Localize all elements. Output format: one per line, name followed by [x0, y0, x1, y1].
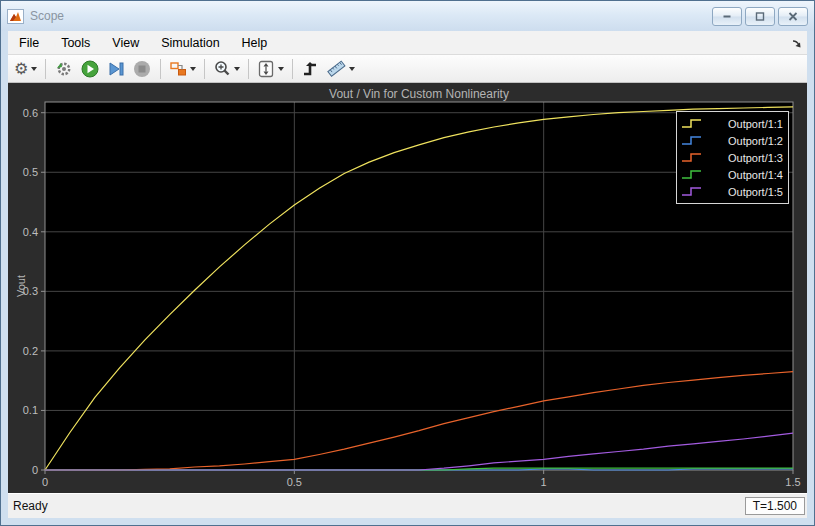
menu-bar: File Tools View Simulation Help — [8, 31, 807, 55]
legend-line-glyph — [681, 185, 703, 198]
snapshot-gear-icon — [55, 60, 73, 77]
legend-label: Outport/1:2 — [728, 135, 783, 147]
simulation-time: T=1.500 — [745, 497, 805, 515]
status-bar: Ready T=1.500 — [8, 493, 807, 518]
chevron-down-icon — [234, 67, 240, 71]
settings-gear-button[interactable]: ⚙ — [12, 57, 39, 81]
status-text: Ready — [13, 499, 48, 513]
toolbar-separator — [204, 59, 205, 79]
trigger-icon — [302, 60, 320, 77]
matlab-scope-icon — [7, 9, 24, 24]
minimize-button[interactable] — [712, 7, 742, 26]
trigger-button[interactable] — [299, 57, 323, 81]
maximize-icon — [755, 12, 765, 21]
x-tick-label: 0 — [42, 476, 48, 488]
chevron-down-icon — [278, 67, 284, 71]
x-tick-label: 0.5 — [287, 476, 302, 488]
gear-icon: ⚙ — [14, 61, 28, 77]
plot-title: Vout / Vin for Custom Nonlinearity — [45, 87, 793, 101]
legend[interactable]: Outport/1:1Outport/1:2Outport/1:3Outport… — [676, 111, 789, 204]
legend-item[interactable]: Outport/1:4 — [681, 166, 783, 183]
minimize-icon — [722, 12, 732, 21]
zoom-in-icon — [213, 60, 231, 77]
x-tick-label: 1.5 — [785, 476, 800, 488]
legend-item[interactable]: Outport/1:5 — [681, 183, 783, 200]
close-button[interactable] — [778, 7, 808, 26]
menu-help[interactable]: Help — [231, 32, 279, 54]
axes-scaling-button[interactable] — [255, 57, 286, 81]
dock-arrow-icon[interactable] — [791, 35, 802, 53]
legend-line-glyph — [681, 117, 703, 130]
toolbar: ⚙ — [8, 55, 807, 83]
window-title: Scope — [30, 9, 64, 23]
toolbar-separator — [292, 59, 293, 79]
ruler-icon — [327, 60, 346, 77]
legend-line-glyph — [681, 168, 703, 181]
chevron-down-icon — [190, 67, 196, 71]
stop-icon — [133, 60, 151, 78]
y-axis-label-wrap: Vout — [8, 102, 34, 470]
stop-button[interactable] — [130, 57, 154, 81]
legend-label: Outport/1:1 — [728, 118, 783, 130]
legend-line-glyph — [681, 151, 703, 164]
chevron-down-icon — [31, 67, 37, 71]
y-axis-label: Vout — [15, 275, 27, 297]
scope-window: Scope File Tools View Simulation — [0, 0, 815, 526]
run-icon — [81, 60, 99, 78]
toolbar-separator — [45, 59, 46, 79]
simulink-blocks-icon — [169, 61, 187, 77]
legend-label: Outport/1:3 — [728, 152, 783, 164]
menu-tools[interactable]: Tools — [50, 32, 101, 54]
menu-file[interactable]: File — [8, 32, 50, 54]
toolbar-separator — [248, 59, 249, 79]
x-tick-label: 1 — [541, 476, 547, 488]
measurements-button[interactable] — [325, 57, 357, 81]
legend-item[interactable]: Outport/1:3 — [681, 149, 783, 166]
menu-simulation[interactable]: Simulation — [150, 32, 230, 54]
step-forward-icon — [108, 61, 125, 77]
axes-scaling-icon — [257, 60, 275, 78]
toolbar-separator — [160, 59, 161, 79]
maximize-button[interactable] — [745, 7, 775, 26]
signal-selector-button[interactable] — [167, 57, 198, 81]
legend-line-glyph — [681, 134, 703, 147]
zoom-button[interactable] — [211, 57, 242, 81]
menu-view[interactable]: View — [101, 32, 150, 54]
close-icon — [788, 12, 798, 21]
legend-label: Outport/1:5 — [728, 186, 783, 198]
scope-display: 00.511.500.10.20.30.40.50.6 Vout / Vin f… — [8, 83, 807, 493]
chevron-down-icon — [349, 67, 355, 71]
step-forward-button[interactable] — [104, 57, 128, 81]
legend-item[interactable]: Outport/1:2 — [681, 132, 783, 149]
simulink-snapshot-button[interactable] — [52, 57, 76, 81]
title-bar[interactable]: Scope — [1, 1, 814, 31]
legend-item[interactable]: Outport/1:1 — [681, 115, 783, 132]
run-button[interactable] — [78, 57, 102, 81]
legend-label: Outport/1:4 — [728, 169, 783, 181]
